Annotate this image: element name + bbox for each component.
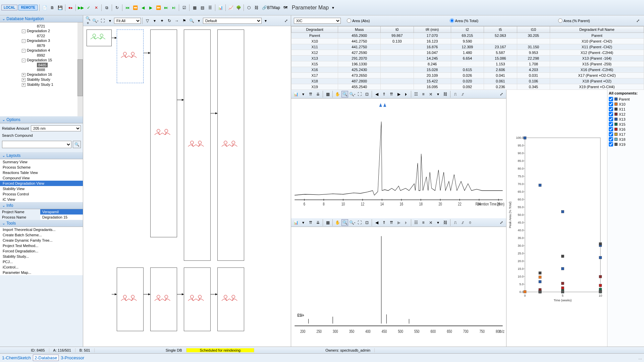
spec-tool1-menu-icon[interactable]: ▾	[300, 219, 307, 226]
tool-item[interactable]: Import Theoretical Degradants...	[0, 227, 83, 232]
spec-stack-icon[interactable]: ≡	[420, 219, 427, 226]
sparkle-icon[interactable]: ✦	[159, 17, 165, 24]
search-icon[interactable]: 🔍	[73, 141, 81, 148]
table-row[interactable]: X15196.13308.2461.1531.708X15 (Parent -2…	[291, 61, 644, 67]
molecule-box[interactable]	[150, 267, 177, 331]
spec-markers-icon[interactable]: ⇈	[388, 219, 395, 226]
layout-item[interactable]: Summary View	[0, 159, 83, 165]
chrom-stack-icon[interactable]: ≡	[420, 91, 427, 98]
tool-item[interactable]: Forced Degradation...	[0, 248, 83, 254]
chrom-grid-icon[interactable]: ▦	[324, 91, 331, 98]
spec-offset-icon[interactable]: ⤨	[427, 219, 434, 226]
tree-icon[interactable]: 🌳	[235, 4, 242, 11]
style-dropdown[interactable]: Default	[203, 18, 262, 24]
zoom-fit-icon[interactable]: ⛶	[99, 17, 106, 24]
select-all-icon[interactable]: ☑	[181, 4, 187, 11]
cancel-icon[interactable]: ✕	[93, 4, 100, 11]
record-icon[interactable]: ●▸	[67, 4, 74, 11]
legend-item[interactable]: X10	[609, 102, 643, 107]
legend-item[interactable]: X18	[609, 137, 643, 142]
chrom-tool1-menu-icon[interactable]: ▾	[300, 91, 307, 98]
tool-item[interactable]: PCJ...	[0, 259, 83, 264]
layout-item[interactable]: Stability View	[0, 186, 83, 191]
table-header[interactable]: Degradant Full Name	[550, 26, 644, 33]
tree-item[interactable]: 8721	[0, 24, 83, 28]
trend-chart[interactable]: 0.05.010.015.020.025.030.035.040.045.050…	[506, 90, 607, 347]
last-icon[interactable]: ⏭	[163, 4, 169, 11]
options-header[interactable]: Options	[0, 116, 83, 123]
chrom-extract-icon[interactable]: ⎍	[452, 91, 459, 98]
tool-item[interactable]: iControl...	[0, 264, 83, 270]
tool-item[interactable]: Project Test Method...	[0, 243, 83, 248]
check-icon[interactable]: ✓	[85, 4, 92, 11]
chart-icon[interactable]: 📈	[227, 4, 234, 11]
chrom-offset-icon[interactable]: ⤨	[427, 91, 434, 98]
layout-item[interactable]: iC View	[0, 197, 83, 202]
info-header[interactable]: Info	[0, 202, 83, 209]
filter-menu-icon[interactable]: ▾	[151, 17, 158, 24]
chrom-expand-icon[interactable]: ⤢	[498, 91, 505, 98]
chrom-zoom-icon[interactable]: 🔍	[341, 91, 348, 98]
spec-link-icon[interactable]: ⛓	[442, 219, 449, 226]
tree-item[interactable]: +Stability Study 1	[0, 82, 83, 87]
grid-icon[interactable]: ▤	[199, 4, 206, 11]
table-header[interactable]: t10	[517, 26, 550, 33]
structure-icon[interactable]: ⬡	[246, 4, 252, 11]
tree-item[interactable]: 8485	[0, 63, 83, 67]
chrom-markers-icon[interactable]: ⇈	[388, 91, 395, 98]
table-row[interactable]: X17473.265020.1090.0260.0410.031X17 (Par…	[291, 73, 644, 78]
chrom-zoomfit-icon[interactable]: ⛶	[356, 91, 363, 98]
layout-item[interactable]: Process Control	[0, 191, 83, 197]
filter-icon[interactable]: ▽	[144, 17, 151, 24]
table-header[interactable]: t5	[484, 26, 517, 33]
param-dropdown-icon[interactable]: ▾	[330, 4, 336, 11]
scheme-canvas[interactable]	[83, 26, 291, 347]
layout-item[interactable]: Forced Degradation View	[0, 181, 83, 186]
table-row[interactable]: X13291.207014.2456.65415.08622.298X13 (P…	[291, 56, 644, 61]
spec-overlay-icon[interactable]: ☷	[413, 219, 419, 226]
area-abs-radio[interactable]: Area (Abs)	[347, 18, 370, 23]
tree-item[interactable]: 8722	[0, 34, 83, 38]
zoom-menu-icon[interactable]: ▾	[107, 17, 113, 24]
chrom-offset-menu-icon[interactable]: ▾	[435, 91, 441, 98]
zoom-tool-icon[interactable]: 🔍	[188, 17, 195, 24]
legend-item[interactable]: X19	[609, 142, 643, 147]
network-icon[interactable]: ⛓	[253, 4, 260, 11]
spec-zoom-icon[interactable]: 🔍	[341, 219, 348, 226]
table-row[interactable]: X16425.243015.0280.6152.6064.203X16 (Par…	[291, 67, 644, 73]
spec-offset-menu-icon[interactable]: ▾	[435, 219, 441, 226]
prev-icon[interactable]: ◀	[140, 4, 146, 11]
legend-item[interactable]: X15	[609, 122, 643, 127]
molecule-box[interactable]	[117, 29, 144, 83]
legend-item[interactable]: Parent	[609, 97, 643, 102]
tree-item[interactable]: -Degradation 4	[0, 48, 83, 53]
chrom-hand-icon[interactable]: ✋	[334, 91, 341, 98]
save-icon[interactable]: 💾	[57, 4, 63, 11]
zoom-out-icon[interactable]: 🔍-	[92, 17, 99, 24]
chrom-next-icon[interactable]: ▶	[395, 91, 402, 98]
tree-item[interactable]: -Degradation 15	[0, 58, 83, 63]
xic-dropdown[interactable]: XIC	[294, 18, 341, 24]
table-icon[interactable]: ▦	[191, 4, 198, 11]
relative-amount-dropdown[interactable]: 205 nm	[31, 125, 81, 131]
legend-item[interactable]: X11	[609, 107, 643, 112]
table-row[interactable]: X12427.259016.0471.4805.5879.953X12 (Par…	[291, 50, 644, 56]
first-icon[interactable]: ⏮	[124, 4, 131, 11]
chrom-marker-icon[interactable]: ⇑	[381, 91, 387, 98]
molecule-box[interactable]	[117, 267, 144, 331]
tab-processor[interactable]: 3-Processor	[61, 355, 84, 360]
molecule-box[interactable]	[87, 29, 112, 46]
chrom-extract2-icon[interactable]: ⎎	[459, 91, 466, 98]
zoom-in-icon[interactable]: 🔍+	[85, 17, 91, 24]
table-header[interactable]: t0	[381, 26, 414, 33]
spec-expand-icon[interactable]: ⤢	[498, 219, 505, 226]
remote-button[interactable]: REMOTE	[18, 5, 38, 10]
legend-item[interactable]: X17	[609, 132, 643, 137]
chrom-peak2-icon[interactable]: ⇊	[315, 91, 321, 98]
chrom-zoomout-icon[interactable]: 🔍-	[349, 91, 356, 98]
tool-item[interactable]: Parameter Map...	[0, 270, 83, 275]
spec-zoomout-icon[interactable]: 🔍-	[349, 219, 356, 226]
spec-prev-icon[interactable]: ◀	[373, 219, 380, 226]
next-icon[interactable]: ▶	[147, 4, 154, 11]
table-row[interactable]: X19455.254016.0950.0920.2360.345X19 (Par…	[291, 84, 644, 90]
